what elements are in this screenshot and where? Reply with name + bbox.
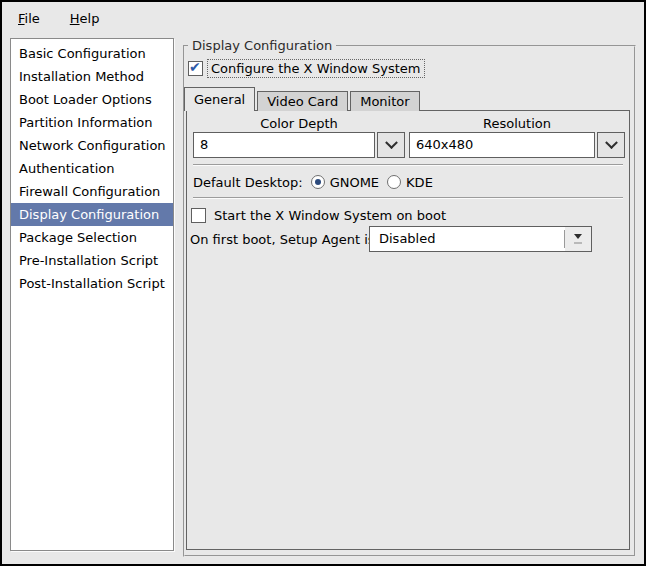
- gnome-radio-group[interactable]: GNOME: [311, 175, 379, 190]
- color-depth-value[interactable]: 8: [193, 132, 375, 158]
- category-list: Basic Configuration Installation Method …: [10, 38, 174, 551]
- setup-agent-value: Disabled: [370, 227, 564, 251]
- gnome-radio-label: GNOME: [330, 175, 379, 190]
- configure-x-row: ✔ Configure the X Window System: [188, 57, 425, 79]
- chevron-down-icon: [605, 136, 618, 149]
- notebook-tabs: General Video Card Monitor: [184, 87, 422, 111]
- sidebar-item-partition-information[interactable]: Partition Information: [11, 111, 173, 134]
- sidebar-item-boot-loader-options[interactable]: Boot Loader Options: [11, 88, 173, 111]
- menu-help[interactable]: Help: [66, 9, 104, 28]
- default-desktop-label: Default Desktop:: [193, 175, 303, 190]
- kde-radio-group[interactable]: KDE: [387, 175, 433, 190]
- sidebar-item-basic-configuration[interactable]: Basic Configuration: [11, 42, 173, 65]
- triangle-down-icon: [574, 234, 582, 239]
- sidebar-item-authentication[interactable]: Authentication: [11, 157, 173, 180]
- menu-file[interactable]: File: [14, 9, 44, 28]
- separator: [193, 164, 623, 166]
- sidebar-item-post-installation-script[interactable]: Post-Installation Script: [11, 272, 173, 295]
- option-menu-indicator: [565, 227, 591, 251]
- chevron-down-icon: [385, 136, 398, 149]
- sidebar-item-firewall-configuration[interactable]: Firewall Configuration: [11, 180, 173, 203]
- checkmark-icon: ✔: [189, 59, 201, 75]
- resolution-combo: 640x480: [409, 132, 625, 158]
- resolution-value[interactable]: 640x480: [409, 132, 595, 158]
- indicator-dash: [574, 242, 582, 244]
- configure-x-checkbox[interactable]: ✔: [188, 61, 203, 76]
- resolution-dropdown-button[interactable]: [597, 132, 625, 158]
- tab-general[interactable]: General: [184, 87, 255, 111]
- kickstart-configurator-window: File Help Basic Configuration Installati…: [0, 0, 646, 566]
- setup-agent-label: On first boot, Setup Agent is:: [190, 232, 379, 247]
- resolution-label: Resolution: [409, 116, 625, 132]
- color-depth-combo: 8: [193, 132, 405, 158]
- separator: [193, 197, 623, 199]
- menubar: File Help: [2, 2, 644, 34]
- kde-radio-label: KDE: [406, 175, 433, 190]
- color-depth-dropdown-button[interactable]: [377, 132, 405, 158]
- color-depth-label: Color Depth: [193, 116, 405, 132]
- general-tab-page: Color Depth Resolution 8 640x480 Default…: [186, 110, 630, 550]
- frame-title: Display Configuration: [188, 38, 336, 53]
- default-desktop-row: Default Desktop: GNOME KDE: [193, 171, 433, 193]
- gnome-radio[interactable]: [311, 175, 325, 189]
- sidebar-item-network-configuration[interactable]: Network Configuration: [11, 134, 173, 157]
- sidebar-item-pre-installation-script[interactable]: Pre-Installation Script: [11, 249, 173, 272]
- sidebar-item-installation-method[interactable]: Installation Method: [11, 65, 173, 88]
- sidebar-item-display-configuration[interactable]: Display Configuration: [11, 203, 173, 226]
- sidebar-item-package-selection[interactable]: Package Selection: [11, 226, 173, 249]
- start-x-checkbox[interactable]: [191, 208, 206, 223]
- setup-agent-dropdown[interactable]: Disabled: [369, 226, 592, 252]
- start-x-row: Start the X Window System on boot: [191, 205, 446, 225]
- setup-agent-row: On first boot, Setup Agent is: Disabled: [190, 226, 379, 252]
- configure-x-label[interactable]: Configure the X Window System: [207, 59, 425, 78]
- start-x-label[interactable]: Start the X Window System on boot: [214, 208, 446, 223]
- kde-radio[interactable]: [387, 175, 401, 189]
- tab-monitor[interactable]: Monitor: [350, 91, 419, 111]
- tab-video-card[interactable]: Video Card: [257, 91, 348, 111]
